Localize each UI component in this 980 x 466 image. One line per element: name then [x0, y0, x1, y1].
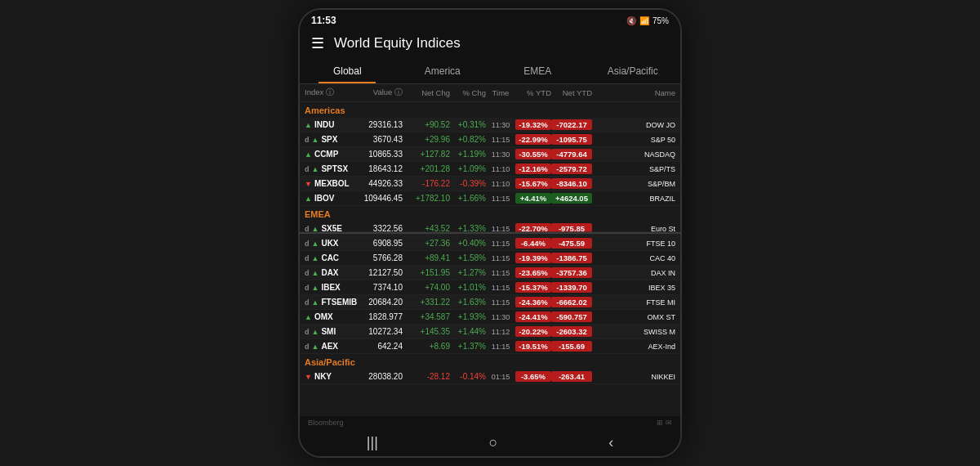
cell-netytd: -590.757 — [551, 311, 592, 322]
tab-asia-pacific[interactable]: Asia/Pacific — [586, 59, 681, 83]
cell-pctchg: +1.63% — [450, 298, 486, 307]
bloomberg-bar: Bloomberg ⊞ ✉ — [300, 416, 680, 429]
recent-apps-icon[interactable]: ||| — [367, 434, 378, 451]
table-row[interactable]: ▲ IBOV 109446.45 +1782.10 +1.66% 11:15 +… — [300, 191, 680, 206]
cell-name: IBEX 35 — [592, 284, 675, 292]
cell-time: 11:10 — [486, 165, 515, 173]
cell-pctchg: -0.39% — [450, 179, 486, 188]
cell-index: ▲ IBOV — [305, 194, 347, 203]
table-row[interactable]: d ▲ CAC 5766.28 +89.41 +1.58% 11:15 -19.… — [300, 251, 680, 266]
cell-time: 11:30 — [486, 121, 515, 129]
direction-arrow: ▲ — [305, 313, 312, 321]
table-row[interactable]: ▼ NKY 28038.20 -28.12 -0.14% 01:15 -3.65… — [300, 370, 680, 384]
table-row[interactable]: d ▲ SMI 10272.34 +145.35 +1.44% 11:12 -2… — [300, 325, 680, 339]
tab-emea[interactable]: EMEA — [490, 59, 586, 83]
cell-pctchg: +1.27% — [450, 268, 486, 277]
cell-index: d ▲ AEX — [305, 342, 347, 351]
table-area: Americas ▲ INDU 29316.13 +90.52 +0.31% 1… — [300, 102, 680, 416]
cell-netchg: +8.69 — [403, 342, 450, 351]
cell-name: OMX ST — [592, 313, 675, 321]
cell-netytd: -2579.72 — [551, 164, 592, 174]
signal-icon: 📶 — [639, 16, 649, 25]
cell-ytd: -24.36% — [515, 297, 551, 307]
cell-netchg: -176.22 — [403, 179, 450, 188]
battery-icon: 75% — [653, 16, 669, 25]
direction-arrow: ▲ — [312, 254, 319, 262]
index-ticker: DAX — [321, 268, 338, 277]
cell-netytd: -155.69 — [551, 341, 592, 352]
table-row[interactable]: ▲ OMX 1828.977 +34.587 +1.93% 11:30 -24.… — [300, 310, 680, 325]
cell-index: d ▲ IBEX — [305, 283, 347, 292]
cell-pctchg: +0.82% — [450, 135, 486, 144]
index-ticker: IBEX — [321, 283, 340, 292]
index-ticker: AEX — [321, 342, 338, 351]
cell-pctchg: +1.09% — [450, 164, 486, 173]
cell-ytd: -20.22% — [515, 326, 551, 337]
section-header-americas: Americas — [300, 102, 680, 118]
cell-index: ▲ CCMP — [305, 150, 347, 159]
direction-arrow: ▲ — [312, 328, 319, 336]
cell-name: BRAZIL — [592, 195, 675, 203]
table-row[interactable]: d ▲ SPX 3670.43 +29.96 +0.82% 11:15 -22.… — [300, 132, 680, 147]
cell-netchg: +74.00 — [403, 283, 450, 292]
d-badge: d — [305, 165, 310, 173]
index-ticker: NKY — [314, 372, 332, 381]
page-title: World Equity Indices — [334, 35, 461, 52]
cell-ytd: -15.67% — [515, 178, 551, 189]
status-time: 11:53 — [311, 15, 336, 26]
cell-time: 11:15 — [486, 240, 515, 248]
cell-netchg: +34.587 — [403, 312, 450, 321]
home-icon[interactable]: ○ — [489, 434, 498, 451]
cell-netytd: -1095.75 — [551, 134, 592, 145]
cell-time: 11:15 — [486, 269, 515, 277]
col-netchg-header: Net Chg — [403, 88, 450, 97]
cell-time: 11:15 — [486, 136, 515, 144]
index-ticker: CCMP — [314, 150, 338, 159]
cell-ytd: -15.37% — [515, 282, 551, 293]
d-badge: d — [305, 298, 310, 307]
cell-value: 642.24 — [347, 342, 403, 351]
direction-arrow: ▲ — [305, 195, 312, 203]
cell-value: 7374.10 — [347, 283, 403, 292]
cell-ytd: -24.41% — [515, 311, 551, 322]
cell-time: 11:30 — [486, 313, 515, 321]
cell-time: 11:12 — [486, 328, 515, 336]
direction-arrow: ▼ — [305, 373, 312, 381]
table-row[interactable]: d ▲ IBEX 7374.10 +74.00 +1.01% 11:15 -15… — [300, 280, 680, 295]
cell-ytd: -19.51% — [515, 341, 551, 352]
cell-time: 01:15 — [486, 373, 515, 381]
col-time-header: Time — [486, 88, 515, 97]
table-row[interactable]: ▼ MEXBOL 44926.33 -176.22 -0.39% 11:10 -… — [300, 177, 680, 191]
cell-index: ▼ NKY — [305, 372, 347, 381]
cell-time: 11:30 — [486, 150, 515, 159]
index-ticker: OMX — [314, 312, 333, 321]
col-netytd-header: Net YTD — [551, 88, 592, 97]
cell-index: d ▲ SPX — [305, 135, 347, 144]
cell-netytd: -1339.70 — [551, 282, 592, 293]
table-row[interactable]: ▲ CCMP 10865.33 +127.82 +1.19% 11:30 -30… — [300, 147, 680, 162]
table-row[interactable]: d ▲ FTSEMIB 20684.20 +331.22 +1.63% 11:1… — [300, 295, 680, 310]
col-index-header: Index ⓘ — [305, 87, 347, 98]
d-badge: d — [305, 240, 310, 248]
back-icon[interactable]: ‹ — [608, 434, 613, 451]
tab-america[interactable]: America — [395, 59, 491, 83]
table-row[interactable]: d ▲ AEX 642.24 +8.69 +1.37% 11:15 -19.51… — [300, 339, 680, 354]
cell-time: 11:15 — [486, 284, 515, 292]
table-row[interactable]: d ▲ DAX 12127.50 +151.95 +1.27% 11:15 -2… — [300, 266, 680, 280]
table-row[interactable]: d ▲ UKX 6908.95 +27.36 +0.40% 11:15 -6.4… — [300, 236, 680, 251]
table-row[interactable]: d ▲ SPTSX 18643.12 +201.28 +1.09% 11:10 … — [300, 162, 680, 177]
index-ticker: SPTSX — [321, 164, 348, 173]
cell-netytd: +4624.05 — [551, 193, 592, 204]
table-row[interactable]: ▲ INDU 29316.13 +90.52 +0.31% 11:30 -19.… — [300, 118, 680, 132]
cell-netytd: -7022.17 — [551, 119, 592, 130]
tab-global[interactable]: Global — [300, 59, 395, 83]
cell-ytd: +4.41% — [515, 193, 551, 204]
cell-index: ▲ OMX — [305, 312, 347, 321]
cell-name: AEX-Ind — [592, 343, 675, 351]
cell-netytd: -4779.64 — [551, 149, 592, 159]
col-pctchg-header: % Chg — [450, 88, 486, 97]
cell-value: 1828.977 — [347, 312, 403, 321]
direction-arrow: ▲ — [312, 343, 319, 351]
hamburger-icon[interactable]: ☰ — [311, 34, 324, 52]
cell-ytd: -30.55% — [515, 149, 551, 159]
